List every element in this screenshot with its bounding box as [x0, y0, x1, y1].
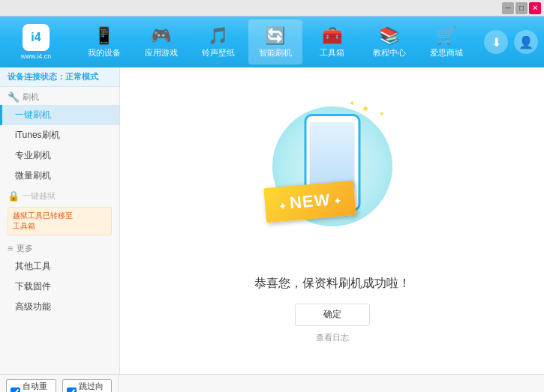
content-area: ✦ ✦ ✦ NEW 恭喜您，保资料刷机成功啦！ 确定 查看日志 [120, 67, 544, 374]
sidebar-section-more: ≡ 更多 [0, 238, 119, 256]
nav-item-toolbox-label: 工具箱 [320, 47, 344, 58]
nav-items: 📱 我的设备 🎮 应用游戏 🎵 铃声壁纸 🔄 智能刷机 🧰 工具箱 📚 教程中心… [66, 19, 484, 64]
more-section-icon: ≡ [8, 243, 14, 254]
toolbox-icon: 🧰 [322, 26, 342, 46]
download-button[interactable]: ⬇ [484, 30, 508, 54]
nav-item-ringtones-label: 铃声壁纸 [202, 47, 235, 58]
sparkle-3: ✦ [349, 99, 355, 107]
phone-screen [310, 122, 355, 190]
nav-item-my-device-label: 我的设备 [88, 47, 121, 58]
checkbox-row: 自动重送 跳过向导 [6, 379, 112, 392]
success-message: 恭喜您，保资料刷机成功啦！ [254, 276, 410, 292]
main-area: 设备连接状态：正常模式 🔧 刷机 一键刷机 iTunes刷机 专业刷机 微量刷机… [0, 67, 544, 374]
my-device-icon: 📱 [94, 26, 114, 46]
sparkle-2: ✦ [379, 110, 385, 118]
tutorial-icon: 📚 [379, 26, 399, 46]
user-button[interactable]: 👤 [514, 30, 538, 54]
nav-item-store[interactable]: 🛒 爱思商城 [419, 19, 473, 64]
nav-item-store-label: 爱思商城 [430, 47, 463, 58]
ringtones-icon: 🎵 [208, 26, 228, 46]
minimize-button[interactable]: ─ [502, 2, 514, 14]
nav-item-apps-games-label: 应用游戏 [145, 47, 178, 58]
titlebar: ─ □ ✕ [0, 0, 544, 16]
confirm-button[interactable]: 确定 [295, 304, 370, 326]
status-label: 设备连接状态： [8, 72, 65, 81]
sidebar-item-pro-flash[interactable]: 专业刷机 [0, 145, 119, 166]
log-link[interactable]: 查看日志 [316, 332, 349, 343]
logo-url: www.i4.cn [21, 52, 52, 60]
sidebar-item-other-tools[interactable]: 其他工具 [0, 256, 119, 277]
sidebar-section-jailbreak: 🔒 一键越狱 [0, 186, 119, 204]
smart-flash-icon: 🔄 [265, 26, 285, 46]
sidebar-item-one-click-flash[interactable]: 一键刷机 [0, 105, 119, 125]
nav-item-apps-games[interactable]: 🎮 应用游戏 [134, 19, 188, 64]
nav-item-toolbox[interactable]: 🧰 工具箱 [305, 19, 359, 64]
auto-restart-checkbox[interactable]: 自动重送 [6, 379, 56, 392]
new-badge: NEW [263, 180, 356, 222]
skip-wizard-label: 跳过向导 [79, 381, 108, 392]
logo: i4 www.i4.cn [6, 24, 66, 60]
sidebar-item-micro-flash[interactable]: 微量刷机 [0, 166, 119, 186]
close-button[interactable]: ✕ [529, 2, 541, 14]
skip-wizard-input[interactable] [67, 388, 77, 393]
apps-games-icon: 🎮 [151, 26, 171, 46]
nav-item-tutorial[interactable]: 📚 教程中心 [362, 19, 416, 64]
auto-restart-input[interactable] [11, 388, 20, 393]
sidebar-section-flash: 🔧 刷机 [0, 87, 119, 105]
nav-item-my-device[interactable]: 📱 我的设备 [77, 19, 131, 64]
status-right: ⏹ 阻止iTunes运行 V7.98.66 客服 微信公众号 检查更新 [119, 375, 544, 392]
device-info-panel: 自动重送 跳过向导 📱 iPhone 12 mini 64GB Down-12m… [0, 375, 119, 392]
nav-item-smart-flash[interactable]: 🔄 智能刷机 [248, 19, 302, 64]
nav-item-smart-flash-label: 智能刷机 [259, 47, 292, 58]
logo-icon: i4 [23, 24, 50, 51]
sidebar-item-itunes-flash[interactable]: iTunes刷机 [0, 125, 119, 145]
sidebar: 设备连接状态：正常模式 🔧 刷机 一键刷机 iTunes刷机 专业刷机 微量刷机… [0, 67, 120, 374]
skip-wizard-checkbox[interactable]: 跳过向导 [62, 379, 113, 392]
auto-restart-label: 自动重送 [23, 381, 52, 392]
more-section-label: 更多 [17, 243, 33, 254]
maximize-button[interactable]: □ [515, 2, 527, 14]
store-icon: 🛒 [436, 26, 456, 46]
flash-section-label: 刷机 [23, 91, 39, 103]
jailbreak-section-label: 一键越狱 [23, 190, 56, 202]
jailbreak-alert: 越狱工具已转移至 工具箱 [8, 207, 112, 235]
sparkle-1: ✦ [361, 103, 370, 115]
nav-item-ringtones[interactable]: 🎵 铃声壁纸 [191, 19, 245, 64]
nav-right-buttons: ⬇ 👤 [484, 30, 538, 54]
phone-illustration: ✦ ✦ ✦ NEW [257, 99, 407, 264]
flash-section-icon: 🔧 [8, 91, 20, 103]
sidebar-item-download-firmware[interactable]: 下载固件 [0, 277, 119, 297]
sidebar-item-advanced[interactable]: 高级功能 [0, 297, 119, 317]
top-navigation: i4 www.i4.cn 📱 我的设备 🎮 应用游戏 🎵 铃声壁纸 🔄 智能刷机… [0, 16, 544, 67]
lock-icon: 🔒 [8, 190, 20, 202]
bottom-row: 自动重送 跳过向导 📱 iPhone 12 mini 64GB Down-12m… [0, 374, 544, 392]
status-bar: 设备连接状态：正常模式 [0, 67, 119, 87]
nav-item-tutorial-label: 教程中心 [373, 47, 406, 58]
status-value: 正常模式 [65, 72, 98, 81]
